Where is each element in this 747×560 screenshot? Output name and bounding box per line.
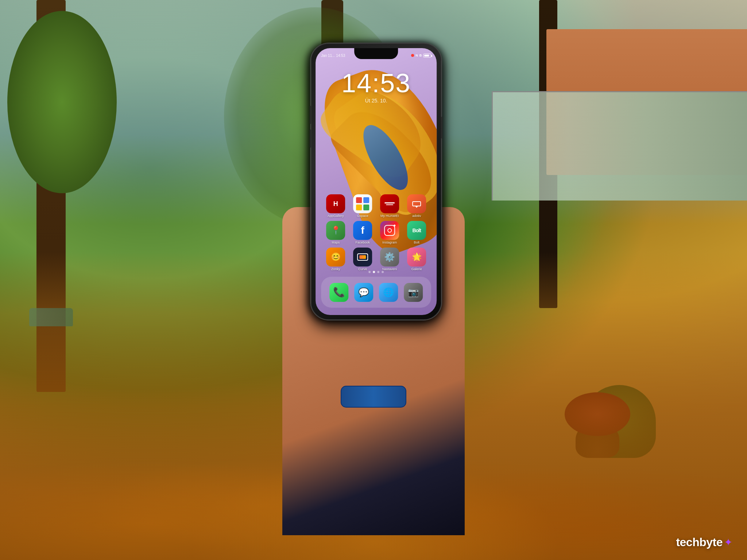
app-icon-nastaveni[interactable]: ⚙️ Nastavení (378, 248, 401, 271)
phone-dock: 📞 💬 🌐 📷 (321, 277, 431, 308)
page-dot-3[interactable] (377, 271, 379, 273)
network-type: N (415, 54, 418, 57)
dock-camera-icon[interactable]: 📷 (404, 283, 423, 302)
app-icon-gspace[interactable]: Gspace (351, 194, 374, 218)
myhuawei-icon[interactable] (380, 194, 399, 213)
page-dots (316, 271, 437, 273)
clock-time: 14:53 (316, 70, 437, 96)
instagram-label: Instagram (382, 241, 397, 245)
galerie-icon[interactable]: 🌟 (407, 248, 426, 267)
phone-notch (354, 48, 398, 59)
facebook-label: Facebook (355, 241, 370, 245)
app-icon-adotiv[interactable]: adotiv (405, 194, 428, 218)
app-icon-instagram[interactable]: Instagram (378, 221, 401, 245)
volume-up-button[interactable] (310, 106, 311, 124)
status-time-small: Jan 11... 14:53 (321, 54, 345, 58)
watermark: techbyte ✦ (676, 536, 732, 549)
watermark-text: techbyte (676, 536, 723, 549)
background-car (29, 308, 73, 326)
dock-phone-icon[interactable]: 📞 (329, 283, 348, 302)
gspace-icon[interactable] (353, 194, 372, 213)
tree-canopy-left (7, 11, 117, 193)
power-button[interactable] (441, 117, 442, 139)
app-icon-myhuawei[interactable]: My HUAWEI (378, 194, 401, 218)
app-row-1: H AppGallery (323, 194, 429, 218)
page-dot-2[interactable] (373, 271, 375, 273)
bolt-icon[interactable]: Bolt (407, 221, 426, 240)
phone-body: Jan 11... 14:53 N B 14:53 Út 25. 10. (310, 43, 442, 320)
app-icon-curve[interactable]: Curve (351, 248, 374, 271)
dock-browser-icon[interactable]: 🌐 (379, 283, 398, 302)
appgallery-label: AppGallery (328, 214, 344, 218)
page-dot-4[interactable] (382, 271, 384, 273)
maps-label: Maps (332, 241, 340, 245)
status-icons: N B (411, 54, 431, 58)
clock-date: Út 25. 10. (316, 98, 437, 104)
adotiv-icon[interactable] (407, 194, 426, 213)
app-icon-bolt[interactable]: Bolt Bolt (405, 221, 428, 245)
page-dot-1[interactable] (368, 271, 371, 273)
instagram-icon[interactable] (380, 221, 399, 240)
bolt-label: Bolt (414, 241, 419, 245)
appgallery-icon[interactable]: H (326, 194, 345, 213)
battery-icon (423, 54, 431, 58)
nastaveni-icon[interactable]: ⚙️ (380, 248, 399, 267)
phone-wrapper: Jan 11... 14:53 N B 14:53 Út 25. 10. (310, 43, 442, 320)
dock-messages-icon[interactable]: 💬 (354, 283, 373, 302)
zonky-icon[interactable]: 😊 (326, 248, 345, 267)
app-icon-facebook[interactable]: f Facebook (351, 221, 374, 245)
app-row-3: 😊 Zonky Curve (323, 248, 429, 271)
facebook-icon[interactable]: f (353, 221, 372, 240)
hand-phone-container: Jan 11... 14:53 N B 14:53 Út 25. 10. (209, 25, 538, 535)
phone-screen: Jan 11... 14:53 N B 14:53 Út 25. 10. (316, 48, 437, 315)
app-icon-zonky[interactable]: 😊 Zonky (324, 248, 347, 271)
curve-icon[interactable] (353, 248, 372, 267)
fitness-tracker (341, 386, 406, 408)
app-row-2: 📍 Maps f Facebook (323, 221, 429, 245)
myhuawei-label: My HUAWEI (380, 214, 399, 218)
volume-down-button[interactable] (310, 129, 311, 148)
app-icon-maps[interactable]: 📍 Maps (324, 221, 347, 245)
network-band: B (419, 54, 422, 57)
clock-area: 14:53 Út 25. 10. (316, 70, 437, 104)
app-icon-galerie[interactable]: 🌟 Galerie (405, 248, 428, 271)
maps-icon[interactable]: 📍 (326, 221, 345, 240)
gspace-label: Gspace (357, 214, 368, 218)
watermark-spark-icon: ✦ (724, 536, 732, 548)
app-icon-appgallery[interactable]: H AppGallery (324, 194, 347, 218)
recording-indicator (411, 54, 414, 57)
adotiv-label: adotiv (412, 214, 421, 218)
app-grid: H AppGallery (316, 194, 437, 271)
